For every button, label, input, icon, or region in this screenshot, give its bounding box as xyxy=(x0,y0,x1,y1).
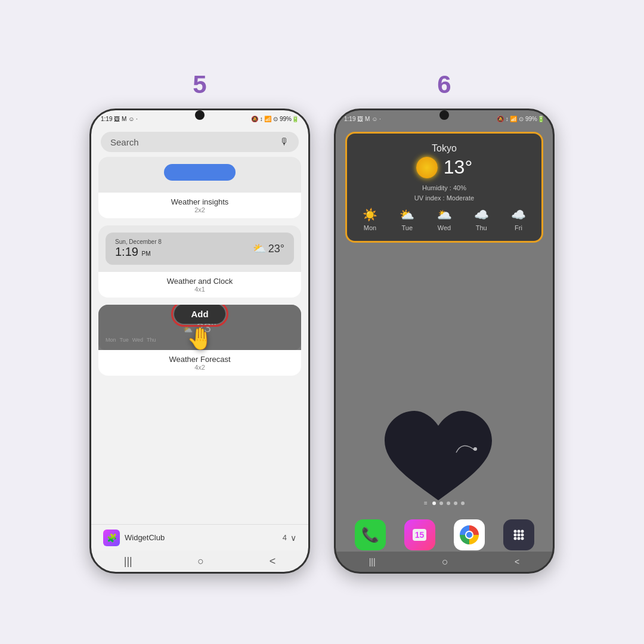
weather-widget-home: Tokyo 13° Humidity : 40% UV index : Mode… xyxy=(345,132,543,243)
svg-point-7 xyxy=(513,537,516,540)
phone6-screen: 1:19 🖼 M ☺ · 🔕 ↕ 📶 ⊙ 99%🔋 Tokyo 13° Humi… xyxy=(336,110,553,572)
sun-icon xyxy=(416,157,438,178)
dot-2 xyxy=(439,501,443,505)
nav-back-6[interactable]: < xyxy=(515,557,519,566)
widget-card-clock: Sun, December 8 1:19 PM ⛅ 23° Weather an xyxy=(98,225,301,298)
clock-time: 1:19 PM xyxy=(115,245,162,259)
widget-card-forecast: City name ⛅ 23° Mon Tue Wed Thu xyxy=(98,305,301,376)
thu-icon: ☁️ xyxy=(474,208,489,222)
dot-5 xyxy=(461,501,465,505)
forecast-tue: ⛅ Tue xyxy=(400,208,414,231)
status-icons-5: 🔕 ↕ 📶 ⊙ 99%🔋 xyxy=(251,116,299,122)
clock-widget: Sun, December 8 1:19 PM ⛅ 23° xyxy=(106,233,294,265)
add-button[interactable]: Add xyxy=(174,305,225,324)
chrome-wrap xyxy=(460,525,479,544)
nav-back-5[interactable]: < xyxy=(270,555,276,568)
status-time-5: 1:19 🖼 M ☺ · xyxy=(101,116,138,122)
nav-recent-5[interactable]: ||| xyxy=(124,555,132,568)
forecast-thu: ☁️ Thu xyxy=(474,208,489,231)
forecast-preview: City name ⛅ 23° Mon Tue Wed Thu xyxy=(98,305,301,350)
dock-apps-icon[interactable]: 15 xyxy=(404,519,435,550)
dot-1 xyxy=(432,501,436,505)
nav-home-5[interactable]: ○ xyxy=(197,555,204,568)
widget-label-clock: Weather and Clock 4x1 xyxy=(98,272,301,298)
svg-point-5 xyxy=(517,534,520,537)
search-bar[interactable]: Search 🎙 xyxy=(101,132,299,152)
grid-svg xyxy=(512,528,526,542)
phone-6: 1:19 🖼 M ☺ · 🔕 ↕ 📶 ⊙ 99%🔋 Tokyo 13° Humi… xyxy=(334,109,555,574)
notch-6 xyxy=(439,110,449,120)
svg-point-8 xyxy=(517,537,520,540)
forecast-mon: ☀️ Mon xyxy=(363,208,377,231)
chevron-down-icon: ∨ xyxy=(290,533,296,543)
clock-left: Sun, December 8 1:19 PM xyxy=(115,239,162,259)
wed-icon: 🌥️ xyxy=(437,208,452,222)
nav-home-6[interactable]: ○ xyxy=(442,556,448,568)
phone-5: 1:19 🖼 M ☺ · 🔕 ↕ 📶 ⊙ 99%🔋 Search 🎙 xyxy=(89,109,310,574)
blue-handle xyxy=(164,164,236,181)
insights-preview xyxy=(98,157,301,193)
nav-bar-5: ||| ○ < xyxy=(91,550,308,572)
heart-wallpaper xyxy=(379,405,510,524)
mic-icon: 🎙 xyxy=(280,137,289,147)
mon-icon: ☀️ xyxy=(363,208,377,222)
count-area: 4 ∨ xyxy=(283,533,296,543)
svg-point-3 xyxy=(521,530,524,533)
heart-svg xyxy=(379,405,498,512)
nav-recent-6[interactable]: ||| xyxy=(369,557,376,566)
nav-bar-6: ||| ○ < xyxy=(336,552,553,572)
humidity-uv: Humidity : 40% UV index : Moderate xyxy=(357,183,532,203)
step-6-number: 6 xyxy=(437,70,451,99)
lines-indicator: ≡ xyxy=(424,500,429,506)
svg-point-1 xyxy=(513,530,516,533)
phone5-screen: 1:19 🖼 M ☺ · 🔕 ↕ 📶 ⊙ 99%🔋 Search 🎙 xyxy=(91,110,308,524)
step-6: 6 1:19 🖼 M ☺ · 🔕 ↕ 📶 ⊙ 99%🔋 Tokyo 13° xyxy=(334,70,555,574)
chrome-inner xyxy=(465,531,473,539)
forecast-inner: City name ⛅ 23° Mon Tue Wed Thu xyxy=(98,305,301,350)
svg-point-2 xyxy=(517,530,520,533)
step-5-number: 5 xyxy=(193,70,206,99)
dot-4 xyxy=(454,501,457,505)
fri-icon: ☁️ xyxy=(511,208,526,222)
forecast-row: ☀️ Mon ⛅ Tue 🌥️ Wed ☁️ xyxy=(357,208,532,231)
temperature: 13° xyxy=(444,156,472,178)
svg-point-0 xyxy=(473,447,477,451)
widget-scroll: Weather insights 2x2 Sun, December 8 1:1… xyxy=(91,157,308,383)
svg-point-9 xyxy=(521,537,524,540)
widget-card-insights: Weather insights 2x2 xyxy=(98,157,301,218)
dock: 📞 15 xyxy=(345,519,543,550)
step-5: 5 1:19 🖼 M ☺ · 🔕 ↕ 📶 ⊙ 99%🔋 Search 🎙 xyxy=(89,70,310,574)
widgetclub-icon: 🧩 xyxy=(103,530,120,546)
forecast-fri: ☁️ Fri xyxy=(511,208,526,231)
cursor-hand-icon: 🤚 xyxy=(187,326,213,351)
dock-phone-icon[interactable]: 📞 xyxy=(355,519,386,550)
bottom-bar-5: 🧩 WidgetClub 4 ∨ xyxy=(91,524,308,550)
widget-label-forecast: Weather Forecast 4x2 xyxy=(98,350,301,376)
page-dots: ≡ xyxy=(424,500,465,506)
tue-icon: ⛅ xyxy=(400,208,414,222)
app-info: 🧩 WidgetClub xyxy=(103,530,165,546)
add-overlay: Add 🤚 xyxy=(98,305,301,350)
status-time-6: 1:19 🖼 M ☺ · xyxy=(344,116,381,122)
search-text: Search xyxy=(110,137,139,147)
svg-point-6 xyxy=(521,534,524,537)
forecast-wed: 🌥️ Wed xyxy=(437,208,452,231)
dock-chrome-icon[interactable] xyxy=(454,519,485,550)
weather-city: Tokyo xyxy=(357,143,532,154)
temp-row: 13° xyxy=(357,156,532,178)
svg-point-4 xyxy=(513,534,516,537)
clock-preview: Sun, December 8 1:19 PM ⛅ 23° xyxy=(98,225,301,272)
dot-3 xyxy=(447,501,450,505)
main-container: 5 1:19 🖼 M ☺ · 🔕 ↕ 📶 ⊙ 99%🔋 Search 🎙 xyxy=(66,47,578,597)
clock-right: ⛅ 23° xyxy=(253,242,284,255)
partly-cloudy-icon: ⛅ xyxy=(253,242,266,255)
notch-5 xyxy=(195,110,205,120)
widget-label-insights: Weather insights 2x2 xyxy=(98,193,301,218)
status-icons-6: 🔕 ↕ 📶 ⊙ 99%🔋 xyxy=(497,116,544,122)
dock-grid-icon[interactable] xyxy=(503,519,534,550)
